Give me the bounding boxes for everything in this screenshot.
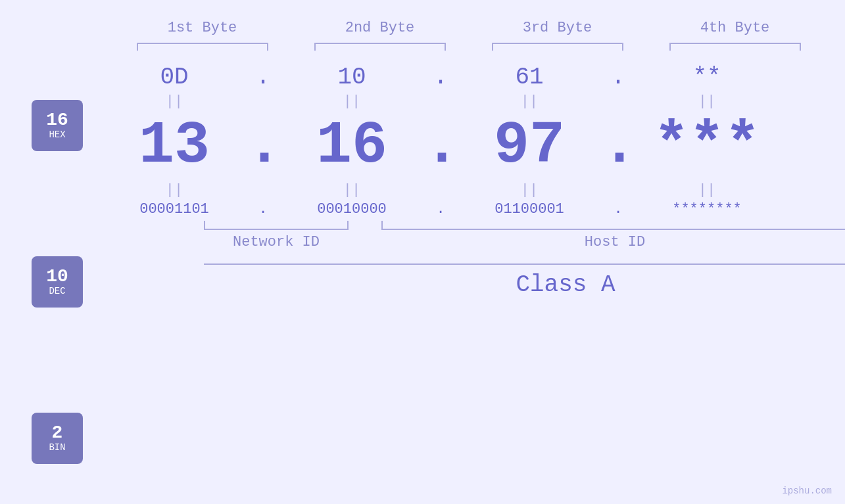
network-bracket	[204, 221, 349, 230]
hex-b3: 61	[457, 64, 602, 91]
host-id-label: Host ID	[381, 234, 845, 250]
hex-badge: 16 HEX	[32, 100, 83, 151]
sep2-sp3	[602, 182, 635, 198]
dec-dot2: .	[424, 112, 457, 179]
class-label: Class A	[204, 271, 845, 298]
bin-b4: ********	[635, 201, 779, 218]
bin-b2: 00010000	[279, 201, 424, 218]
sep1-sp2	[424, 93, 457, 110]
dec-badge: 10 DEC	[32, 256, 83, 308]
dec-b1: 13	[102, 112, 247, 179]
bin-dot3: .	[602, 201, 635, 218]
hex-name: HEX	[49, 129, 65, 141]
sep2-sp2	[424, 182, 457, 198]
bin-row: 00001101 . 00010000 . 01100001 . *******…	[102, 201, 825, 218]
byte4-header: 4th Byte	[663, 20, 808, 36]
sep1-b2: ||	[279, 93, 424, 110]
byte2-header: 2nd Byte	[308, 20, 452, 36]
main-container: 1st Byte 2nd Byte 3rd Byte 4th Byte 16 H…	[0, 0, 845, 504]
bracket-byte2	[314, 43, 446, 51]
hex-b4: **	[635, 64, 779, 91]
host-bracket	[381, 221, 845, 230]
main-grid: 0D . 10 . 61 . ** || || || || 13	[102, 64, 825, 298]
content-area: 16 HEX 10 DEC 2 BIN 0D . 10 . 61 . **	[0, 64, 845, 298]
sep1-sp1	[247, 93, 279, 110]
byte3-header: 3rd Byte	[485, 20, 630, 36]
hex-dot2: .	[424, 64, 457, 91]
hex-dot3: .	[602, 64, 635, 91]
bin-b3: 01100001	[457, 201, 602, 218]
dec-dot1: .	[247, 112, 279, 179]
bracket-byte4	[669, 43, 801, 51]
id-labels-row: Network ID Host ID	[204, 234, 845, 250]
dec-num: 10	[46, 267, 68, 286]
hex-b2: 10	[279, 64, 424, 91]
bin-b1: 00001101	[102, 201, 247, 218]
bracket-byte1	[137, 43, 268, 51]
hex-row: 0D . 10 . 61 . **	[102, 64, 825, 91]
hex-num: 16	[46, 111, 68, 129]
dec-b4: ***	[635, 112, 779, 179]
dec-dot3: .	[602, 112, 635, 179]
sep2-b3: ||	[457, 182, 602, 198]
dec-name: DEC	[49, 286, 65, 297]
sep2-sp1	[247, 182, 279, 198]
sep1-b3: ||	[457, 93, 602, 110]
hex-b1: 0D	[102, 64, 247, 91]
bin-dot2: .	[424, 201, 457, 218]
sep1-b4: ||	[635, 93, 779, 110]
top-brackets	[114, 43, 824, 51]
bracket-byte3	[492, 43, 623, 51]
bin-dot1: .	[247, 201, 279, 218]
sep2-b4: ||	[635, 182, 779, 198]
sep-row-1: || || || ||	[102, 93, 825, 110]
dec-row: 13 . 16 . 97 . ***	[102, 112, 825, 179]
bottom-brackets	[204, 221, 845, 230]
hex-dot1: .	[247, 64, 279, 91]
base-labels: 16 HEX 10 DEC 2 BIN	[0, 64, 83, 464]
bin-name: BIN	[49, 442, 65, 453]
byte-headers: 1st Byte 2nd Byte 3rd Byte 4th Byte	[114, 20, 824, 36]
dec-b3: 97	[457, 112, 602, 179]
sep2-b2: ||	[279, 182, 424, 198]
bin-badge: 2 BIN	[32, 413, 83, 464]
sep1-b1: ||	[102, 93, 247, 110]
dec-b2: 16	[279, 112, 424, 179]
network-id-label: Network ID	[204, 234, 349, 250]
byte1-header: 1st Byte	[130, 20, 275, 36]
sep-row-2: || || || ||	[102, 182, 825, 198]
class-bracket	[204, 263, 845, 265]
bin-num: 2	[52, 424, 63, 442]
sep1-sp3	[602, 93, 635, 110]
sep2-b1: ||	[102, 182, 247, 198]
watermark: ipshu.com	[782, 486, 832, 496]
